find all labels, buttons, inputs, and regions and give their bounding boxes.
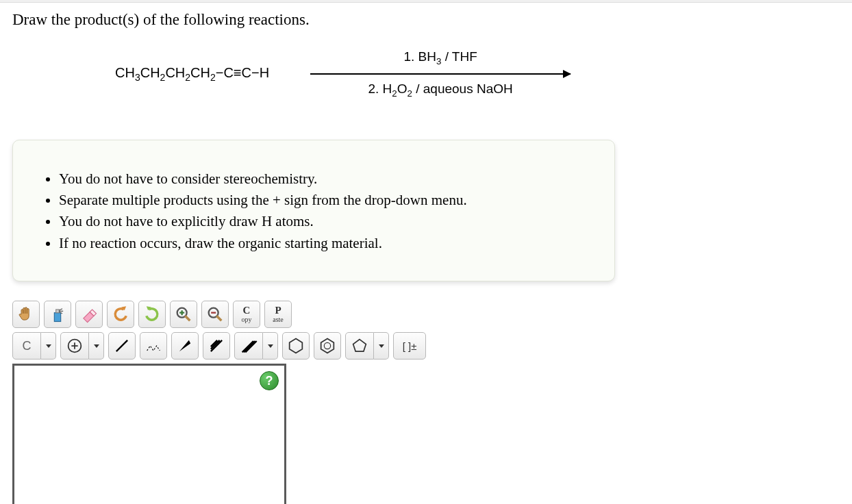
clear-button[interactable]: [44, 301, 71, 328]
spray-icon: [48, 305, 67, 324]
multi-bond-dropdown[interactable]: [263, 332, 278, 360]
zoom-out-button[interactable]: [201, 301, 229, 328]
wedge-hash-icon: [207, 336, 226, 355]
wedge-solid-icon: [175, 336, 195, 355]
svg-rect-1: [56, 310, 60, 313]
copy-button[interactable]: C opy: [233, 301, 260, 328]
chain-icon: [144, 336, 163, 355]
svg-point-7: [324, 342, 330, 349]
instruction-item: Separate multiple products using the + s…: [59, 190, 584, 210]
zoom-in-button[interactable]: [170, 301, 197, 328]
svg-marker-5: [290, 339, 303, 353]
chevron-down-icon: [379, 344, 384, 348]
eraser-icon: [79, 305, 99, 324]
paste-button[interactable]: P aste: [264, 301, 292, 328]
copy-label-bottom: opy: [242, 316, 252, 323]
chevron-down-icon: [268, 344, 273, 348]
redo-icon: [142, 305, 162, 324]
structure-editor: C opy P aste C: [12, 301, 426, 504]
wedge-solid-button[interactable]: [171, 332, 199, 360]
wedge-hash-button[interactable]: [203, 332, 230, 360]
svg-rect-0: [54, 313, 60, 322]
charge-plus-icon: [65, 336, 84, 355]
zoom-in-icon: [174, 305, 193, 324]
charge-dropdown[interactable]: [89, 332, 104, 360]
reaction-arrow-icon: [310, 73, 571, 75]
element-picker-dropdown[interactable]: [41, 332, 56, 360]
paste-label-bottom: aste: [273, 316, 284, 323]
instruction-item: If no reaction occurs, draw the organic …: [59, 234, 584, 253]
chevron-down-icon: [46, 344, 51, 348]
reagent-step-1: 1. BH3 / THF: [403, 49, 477, 66]
drawing-canvas[interactable]: ?: [12, 364, 286, 504]
instruction-item: You do not have to consider stereochemis…: [59, 169, 584, 189]
benzene-button[interactable]: [314, 332, 341, 360]
bracket-charge-button[interactable]: [ ]±: [393, 332, 426, 360]
redo-button[interactable]: [138, 301, 166, 328]
multi-bond-icon: [239, 336, 258, 355]
benzene-icon: [318, 336, 337, 355]
charge-button[interactable]: [60, 332, 89, 360]
svg-marker-8: [353, 340, 366, 352]
cyclohexane-button[interactable]: [282, 332, 310, 360]
hand-tool-button[interactable]: [12, 301, 40, 328]
hand-icon: [16, 305, 36, 324]
eraser-button[interactable]: [75, 301, 103, 328]
pentagon-icon: [350, 336, 369, 355]
instruction-item: You do not have to explicitly draw H ato…: [59, 212, 584, 231]
help-button[interactable]: ?: [260, 371, 279, 390]
ring-dropdown[interactable]: [374, 332, 389, 360]
instructions-panel: You do not have to consider stereochemis…: [12, 140, 615, 282]
single-bond-button[interactable]: [108, 332, 136, 360]
ring-button[interactable]: [345, 332, 374, 360]
undo-button[interactable]: [107, 301, 134, 328]
paste-label-top: P: [275, 305, 281, 316]
chevron-down-icon: [94, 344, 99, 348]
copy-label-top: C: [243, 305, 251, 316]
reactant-formula: CH3CH2CH2CH2−C≡C−H: [12, 65, 269, 83]
reaction-scheme: CH3CH2CH2CH2−C≡C−H 1. BH3 / THF 2. H2O2 …: [0, 42, 852, 126]
toolbar-row-1: C opy P aste: [12, 301, 426, 328]
reagent-step-2: 2. H2O2 / aqueous NaOH: [368, 81, 512, 99]
element-picker-button[interactable]: C: [12, 332, 41, 360]
reaction-arrow-section: 1. BH3 / THF 2. H2O2 / aqueous NaOH: [310, 49, 571, 99]
zoom-out-icon: [205, 305, 225, 324]
undo-icon: [111, 305, 130, 324]
question-prompt: Draw the product(s) of the following rea…: [0, 3, 852, 42]
hexagon-icon: [286, 336, 305, 355]
toolbar-row-2: C: [12, 332, 426, 360]
bracket-label: [ ]±: [403, 340, 417, 352]
chain-bond-button[interactable]: [140, 332, 167, 360]
multi-bond-button[interactable]: [234, 332, 263, 360]
svg-marker-6: [321, 339, 334, 353]
single-bond-icon: [112, 336, 131, 355]
